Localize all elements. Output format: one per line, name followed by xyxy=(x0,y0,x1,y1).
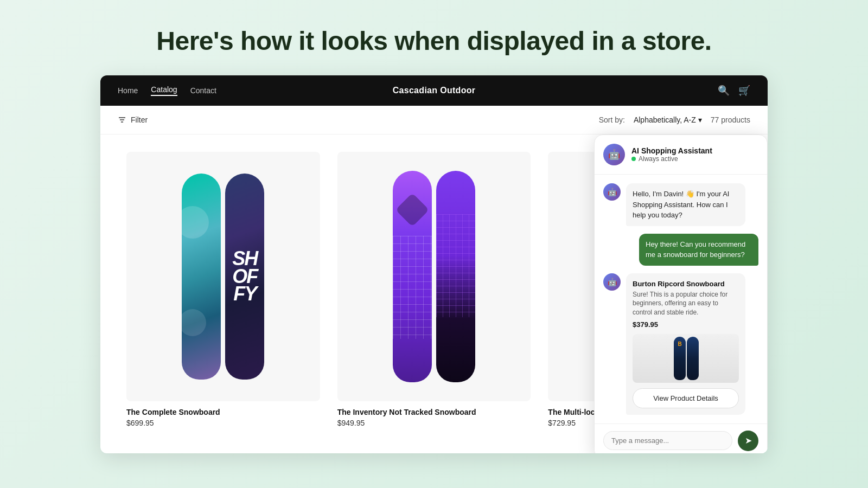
message-1: 🤖 Hello, I'm Davin! 👋 I'm your AI Shoppi… xyxy=(603,183,758,226)
status-dot xyxy=(631,157,636,161)
product-price-2: $949.95 xyxy=(337,419,531,427)
send-icon: ➤ xyxy=(745,435,752,446)
product-image-2 xyxy=(337,152,531,401)
chat-status: Always active xyxy=(631,155,758,163)
status-text: Always active xyxy=(639,155,678,163)
hero-section: Here's how it looks when displayed in a … xyxy=(0,0,868,75)
user-bubble: Hey there! Can you recommend me a snowbo… xyxy=(639,234,758,266)
message-2: Hey there! Can you recommend me a snowbo… xyxy=(603,234,758,266)
assistant-avatar-1: 🤖 xyxy=(603,183,621,201)
chat-input[interactable] xyxy=(603,431,732,450)
filter-bar: Filter Sort by: Alphabetically, A-Z ▾ 77… xyxy=(100,106,768,134)
product-name-2: The Inventory Not Tracked Snowboard xyxy=(337,408,531,416)
nav-links: Home Catalog Contact xyxy=(118,85,216,96)
chat-input-area: ➤ xyxy=(595,423,767,453)
filter-right: Sort by: Alphabetically, A-Z ▾ 77 produc… xyxy=(599,115,750,124)
chevron-down-icon: ▾ xyxy=(698,115,702,124)
rec-product-name: Burton Ripcord Snowboard xyxy=(633,280,739,288)
nav-icons: 🔍 🛒 xyxy=(718,85,750,97)
board-dark-text: SHOFFY xyxy=(225,174,264,380)
product-card-1[interactable]: SHOFFY The Complete Snowboard $699.95 xyxy=(118,143,329,436)
board-purple-left xyxy=(393,171,432,382)
chat-header: 🤖 AI Shopping Assistant Always active xyxy=(595,135,767,175)
grid-pattern xyxy=(393,236,432,339)
grid-pattern-dark xyxy=(436,214,475,317)
product-grid: SHOFFY The Complete Snowboard $699.95 xyxy=(100,134,768,453)
product-thumbnail xyxy=(633,334,739,383)
message-bubble-1: Hello, I'm Davin! 👋 I'm your AI Shopping… xyxy=(626,183,745,226)
product-card-2[interactable]: The Inventory Not Tracked Snowboard $949… xyxy=(329,143,540,436)
store-nav: Home Catalog Contact Cascadian Outdoor 🔍… xyxy=(100,75,768,106)
snowboard-2-visual xyxy=(393,152,475,401)
hero-title: Here's how it looks when displayed in a … xyxy=(0,26,868,56)
cart-icon[interactable]: 🛒 xyxy=(738,85,750,97)
message-3: 🤖 Burton Ripcord Snowboard Sure! This is… xyxy=(603,273,758,415)
filter-label: Filter xyxy=(131,115,148,124)
product-price-1: $699.95 xyxy=(126,419,320,427)
nav-link-contact[interactable]: Contact xyxy=(190,86,216,95)
nav-link-catalog[interactable]: Catalog xyxy=(151,85,177,96)
assistant-name: AI Shopping Assistant xyxy=(631,146,758,155)
store-mockup: Home Catalog Contact Cascadian Outdoor 🔍… xyxy=(100,75,768,453)
assistant-avatar: 🤖 xyxy=(603,144,625,165)
board-purple-right xyxy=(436,171,475,382)
sort-select[interactable]: Alphabetically, A-Z ▾ xyxy=(634,115,702,124)
filter-icon xyxy=(118,115,126,124)
products-count: 77 products xyxy=(711,115,750,124)
rec-product-price: $379.95 xyxy=(633,320,739,329)
product-recommendation: Burton Ripcord Snowboard Sure! This is a… xyxy=(626,273,745,415)
chat-header-info: AI Shopping Assistant Always active xyxy=(631,146,758,163)
snowboard-1-visual: SHOFFY xyxy=(182,152,264,401)
view-details-button[interactable]: View Product Details xyxy=(633,388,739,408)
chat-widget: 🤖 AI Shopping Assistant Always active 🤖 … xyxy=(594,134,768,453)
search-icon[interactable]: 🔍 xyxy=(718,85,730,97)
board-teal xyxy=(182,174,221,380)
sort-label: Sort by: xyxy=(599,115,625,124)
filter-button[interactable]: Filter xyxy=(118,115,148,124)
mini-board-2 xyxy=(687,337,699,380)
product-image-1: SHOFFY xyxy=(126,152,320,401)
product-name-1: The Complete Snowboard xyxy=(126,408,320,416)
rec-product-desc: Sure! This is a popular choice for begin… xyxy=(633,290,739,317)
mini-board-1 xyxy=(674,337,686,380)
send-button[interactable]: ➤ xyxy=(738,431,758,451)
assistant-avatar-3: 🤖 xyxy=(603,273,621,291)
nav-brand: Cascadian Outdoor xyxy=(393,86,476,95)
chat-messages: 🤖 Hello, I'm Davin! 👋 I'm your AI Shoppi… xyxy=(595,175,767,423)
nav-link-home[interactable]: Home xyxy=(118,86,138,95)
